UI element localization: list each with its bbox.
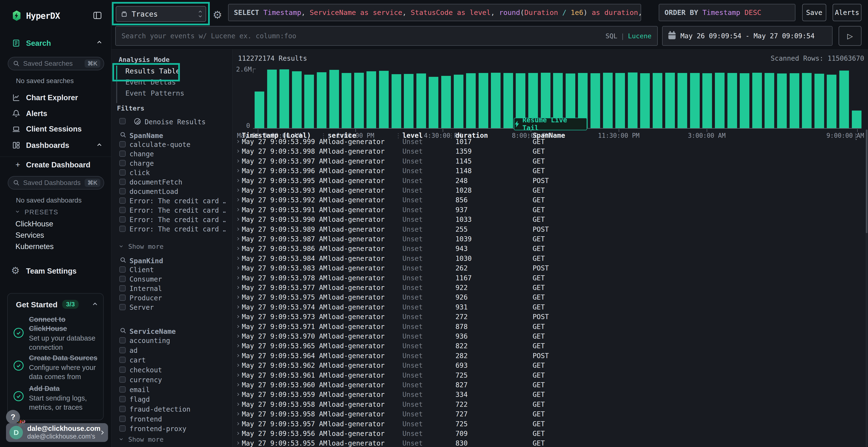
table-row[interactable]: May 27 9:09:53.960 AMload-generatorUnset… <box>233 380 860 390</box>
filter-checkbox-servicename-5[interactable] <box>119 386 126 392</box>
row-expand-chevron-icon[interactable] <box>236 374 239 377</box>
filter-group-name-spankind[interactable]: SpanKind <box>129 257 163 265</box>
histogram-bar-30[interactable] <box>628 72 638 128</box>
histogram-bar-3[interactable] <box>292 71 302 128</box>
filter-item-spankind-1[interactable]: Consumer <box>129 275 162 283</box>
analysis-mode-results-table[interactable]: Results Table <box>125 66 180 77</box>
table-row[interactable]: May 27 9:09:53.958 AMload-generatorUnset… <box>233 400 860 409</box>
show-more-servicename[interactable]: Show more <box>128 436 163 443</box>
table-row[interactable]: May 27 9:09:53.983 AMload-generatorUnset… <box>233 264 860 273</box>
filter-checkbox-spankind-4[interactable] <box>119 304 126 310</box>
show-more-spanname[interactable]: Show more <box>128 243 163 250</box>
table-row[interactable]: May 27 9:09:53.991 AMload-generatorUnset… <box>233 205 860 215</box>
table-row[interactable]: May 27 9:09:53.996 AMload-generatorUnset… <box>233 166 860 176</box>
filter-group-search-icon[interactable] <box>120 327 127 335</box>
table-row[interactable]: May 27 9:09:53.956 AMload-generatorUnset… <box>233 429 860 439</box>
filter-checkbox-spanname-9[interactable] <box>119 226 126 232</box>
search-collapse-chevron-icon[interactable] <box>97 41 101 45</box>
table-row[interactable]: May 27 9:09:53.978 AMload-generatorUnset… <box>233 273 860 283</box>
table-row[interactable]: May 27 9:09:53.958 AMload-generatorUnset… <box>233 409 860 419</box>
alerts-button[interactable]: Alerts <box>833 4 862 21</box>
filter-checkbox-spanname-6[interactable] <box>119 198 126 204</box>
row-expand-chevron-icon[interactable] <box>236 383 239 386</box>
histogram-bar-32[interactable] <box>653 73 662 128</box>
filter-item-spanname-8[interactable]: Error: The credit card … <box>129 216 226 224</box>
histogram-bar-43[interactable] <box>789 73 799 128</box>
histogram-bar-19[interactable] <box>491 73 500 128</box>
row-expand-chevron-icon[interactable] <box>236 305 239 309</box>
saved-searches-input[interactable]: Saved Searches ⌘K <box>8 57 104 70</box>
source-settings-gear-icon[interactable]: ⚙ <box>213 9 222 21</box>
filter-item-servicename-6[interactable]: flagd <box>129 396 150 403</box>
filter-item-spankind-4[interactable]: Server <box>129 304 154 311</box>
filter-item-servicename-9[interactable]: frontend-proxy <box>129 425 186 433</box>
table-row[interactable]: May 27 9:09:53.990 AMload-generatorUnset… <box>233 215 860 225</box>
table-row[interactable]: May 27 9:09:53.973 AMload-generatorUnset… <box>233 312 860 322</box>
filter-checkbox-spanname-8[interactable] <box>119 216 126 222</box>
dashboards-collapse-chevron-icon[interactable] <box>97 143 101 148</box>
table-row[interactable]: May 27 9:09:53.974 AMload-generatorUnset… <box>233 303 860 312</box>
row-expand-chevron-icon[interactable] <box>236 247 239 250</box>
row-expand-chevron-icon[interactable] <box>236 199 239 202</box>
histogram-bar-17[interactable] <box>466 73 476 128</box>
filter-item-servicename-7[interactable]: fraud-detection <box>129 405 190 413</box>
histogram-bar-11[interactable] <box>392 74 401 128</box>
denoise-checkbox[interactable] <box>119 118 126 124</box>
histogram-bar-6[interactable] <box>329 70 339 128</box>
histogram-bar-4[interactable] <box>304 75 314 128</box>
filter-checkbox-spanname-4[interactable] <box>119 179 126 185</box>
saved-dashboards-input[interactable]: Saved Dashboards ⌘K <box>8 176 104 190</box>
sidebar-item-client-sessions[interactable]: Client Sessions <box>26 125 82 133</box>
filter-item-servicename-4[interactable]: currency <box>129 376 162 384</box>
table-row[interactable]: May 27 9:09:53.989 AMload-generatorUnset… <box>233 225 860 234</box>
table-row[interactable]: May 27 9:09:53.971 AMload-generatorUnset… <box>233 322 860 332</box>
filter-checkbox-spankind-1[interactable] <box>119 276 126 282</box>
histogram-bar-39[interactable] <box>740 73 749 128</box>
histogram-bar-20[interactable] <box>503 73 513 128</box>
filter-checkbox-servicename-3[interactable] <box>119 367 126 373</box>
histogram-bar-18[interactable] <box>478 73 488 128</box>
filter-item-spanname-5[interactable]: documentLoad <box>129 187 178 196</box>
collapse-sidebar-icon[interactable] <box>93 10 102 21</box>
sidebar-preset-services[interactable]: Services <box>16 231 44 240</box>
row-expand-chevron-icon[interactable] <box>236 140 239 143</box>
row-expand-chevron-icon[interactable] <box>236 442 239 445</box>
filter-group-name-servicename[interactable]: ServiceName <box>129 327 176 336</box>
table-row[interactable]: May 27 9:09:53.999 AMload-generatorUnset… <box>233 137 860 147</box>
table-row[interactable]: May 27 9:09:53.965 AMload-generatorUnset… <box>233 341 860 351</box>
histogram-bar-15[interactable] <box>441 76 451 128</box>
filter-group-search-icon[interactable] <box>120 132 127 139</box>
table-row[interactable]: May 27 9:09:53.995 AMload-generatorUnset… <box>233 176 860 186</box>
histogram-bar-31[interactable] <box>640 73 650 128</box>
row-expand-chevron-icon[interactable] <box>236 208 239 211</box>
filter-item-spanname-6[interactable]: Error: The credit card … <box>129 197 226 205</box>
row-expand-chevron-icon[interactable] <box>236 403 239 406</box>
table-row[interactable]: May 27 9:09:53.964 AMload-generatorUnset… <box>233 351 860 361</box>
table-row[interactable]: May 27 9:09:53.993 AMload-generatorUnset… <box>233 186 860 195</box>
filter-item-spanname-7[interactable]: Error: The credit card … <box>129 206 226 214</box>
histogram-bar-8[interactable] <box>354 73 364 128</box>
histogram-bar-34[interactable] <box>678 73 687 128</box>
sidebar-item-dashboards[interactable]: Dashboards <box>26 141 69 150</box>
filter-checkbox-servicename-0[interactable] <box>119 337 126 343</box>
filter-checkbox-spankind-0[interactable] <box>119 266 126 273</box>
filter-checkbox-servicename-4[interactable] <box>119 376 126 383</box>
histogram-bar-5[interactable] <box>317 72 327 128</box>
presets-chevron-icon[interactable] <box>16 209 19 213</box>
row-expand-chevron-icon[interactable] <box>236 266 239 270</box>
histogram-bar-12[interactable] <box>404 74 413 128</box>
row-expand-chevron-icon[interactable] <box>236 188 239 192</box>
histogram-bar-35[interactable] <box>690 73 700 128</box>
row-expand-chevron-icon[interactable] <box>236 325 239 328</box>
filter-checkbox-spankind-3[interactable] <box>119 295 126 301</box>
search-input[interactable]: Search your events w/ Lucene ex. column:… <box>115 26 658 46</box>
presets-label[interactable]: PRESETS <box>25 209 58 216</box>
sql-orderby-editor[interactable]: ORDER BY Timestamp DESC <box>659 4 796 21</box>
sql-toggle[interactable]: SQL <box>606 32 617 40</box>
row-expand-chevron-icon[interactable] <box>236 315 239 318</box>
sidebar-item-alerts[interactable]: Alerts <box>26 109 47 118</box>
sql-select-editor[interactable]: SELECT Timestamp, ServiceName as service… <box>228 4 641 21</box>
table-row[interactable]: May 27 9:09:53.997 AMload-generatorUnset… <box>233 157 860 166</box>
histogram-bar-36[interactable] <box>702 73 712 128</box>
row-expand-chevron-icon[interactable] <box>236 150 239 153</box>
